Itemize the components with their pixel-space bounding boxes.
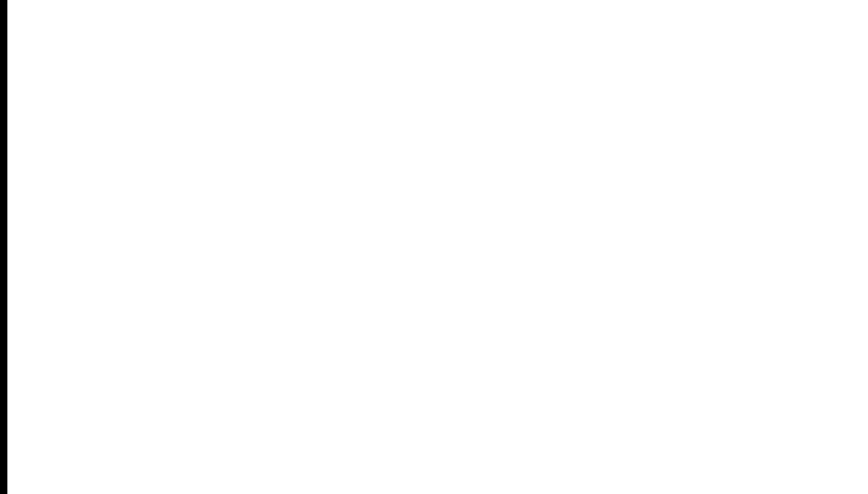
panel-divider [4,0,7,494]
panel-divider [0,0,4,494]
